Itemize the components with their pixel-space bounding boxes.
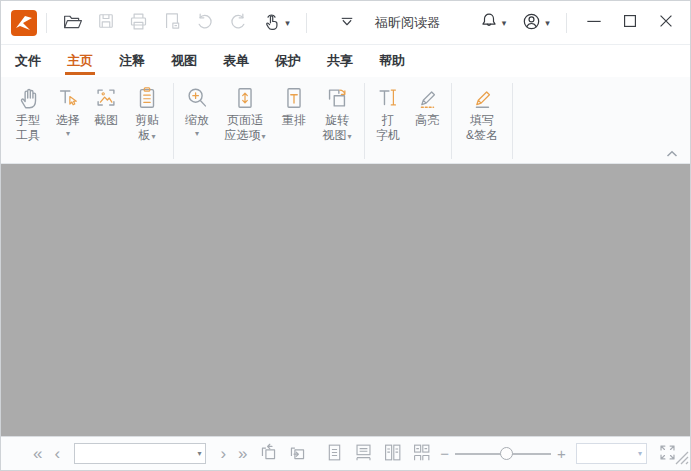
highlighter-icon <box>414 83 440 113</box>
touch-hand-icon <box>261 11 282 35</box>
previous-page-button[interactable]: ‹ <box>48 445 66 462</box>
snapshot-icon <box>93 83 119 113</box>
fit-page-icon <box>232 83 258 113</box>
dropdown-arrow-icon: ▾ <box>66 128 70 140</box>
next-view-button[interactable] <box>283 443 312 465</box>
single-page-view-button[interactable] <box>320 443 349 465</box>
clipboard-icon <box>134 83 160 113</box>
account-button[interactable]: ▾ <box>516 8 556 38</box>
chevron-down-icon: ▾ <box>285 18 290 28</box>
close-button[interactable] <box>648 6 684 40</box>
fit-page-options-button[interactable]: 页面适 应选项▾ <box>217 81 273 161</box>
separator <box>566 13 567 33</box>
redo-button[interactable] <box>223 8 253 38</box>
typewriter-button[interactable]: 打 字机 <box>370 81 406 161</box>
page-number-combobox[interactable]: ▾ <box>74 443 206 464</box>
redo-icon <box>228 11 248 34</box>
zoom-in-icon: + <box>557 445 566 462</box>
continuous-facing-view-button[interactable] <box>407 443 436 465</box>
hand-icon <box>15 83 41 113</box>
next-page-button[interactable]: › <box>214 445 232 462</box>
zoom-in-button[interactable]: + <box>553 446 570 461</box>
minimize-button[interactable] <box>576 6 612 40</box>
menu-bar: 文件 主页 注释 视图 表单 保护 共享 帮助 <box>1 45 690 77</box>
previous-view-icon <box>259 443 278 465</box>
facing-view-button[interactable] <box>378 443 407 465</box>
save-button[interactable] <box>91 8 121 38</box>
zoom-out-icon: − <box>440 445 449 462</box>
menu-item-view[interactable]: 视图 <box>169 46 199 76</box>
open-file-button[interactable] <box>58 8 88 38</box>
continuous-view-button[interactable] <box>349 443 378 465</box>
chevron-down-icon <box>338 12 356 33</box>
clipboard-button[interactable]: 剪贴 板▾ <box>126 81 168 161</box>
undo-icon <box>195 11 215 34</box>
chevron-down-icon: ▾ <box>545 18 550 28</box>
group-separator <box>173 83 174 159</box>
menu-item-share[interactable]: 共享 <box>325 46 355 76</box>
single-page-icon <box>325 443 344 465</box>
fill-sign-pencil-icon <box>469 83 495 113</box>
collapse-toolbar-button[interactable] <box>332 8 362 38</box>
previous-view-button[interactable] <box>254 443 283 465</box>
foxit-logo-icon <box>11 10 37 36</box>
rotate-view-button[interactable]: 旋转 视图▾ <box>315 81 359 161</box>
menu-item-comment[interactable]: 注释 <box>117 46 147 76</box>
dropdown-arrow-icon: ▾ <box>197 449 201 458</box>
dropdown-arrow-icon: ▾ <box>347 132 351 141</box>
resize-grip[interactable] <box>671 447 689 469</box>
snapshot-button[interactable]: 截图 <box>88 81 124 161</box>
last-page-button[interactable]: » <box>232 445 253 462</box>
undo-button[interactable] <box>190 8 220 38</box>
continuous-facing-icon <box>412 443 431 465</box>
select-text-icon <box>55 83 81 113</box>
group-separator <box>451 83 452 159</box>
zoom-slider-thumb[interactable] <box>500 447 513 460</box>
menu-item-help[interactable]: 帮助 <box>377 46 407 76</box>
minimize-icon <box>584 11 604 34</box>
zoom-magnifier-icon <box>184 83 210 113</box>
last-page-icon: » <box>238 444 247 463</box>
group-separator <box>512 83 513 159</box>
notifications-button[interactable]: ▾ <box>473 8 513 38</box>
touch-mode-button[interactable]: ▾ <box>256 8 296 38</box>
maximize-icon <box>620 11 640 34</box>
print-icon <box>128 11 149 35</box>
reflow-button[interactable]: 重排 <box>275 81 313 161</box>
dropdown-arrow-icon: ▾ <box>261 132 265 141</box>
document-area <box>1 164 690 436</box>
zoom-slider[interactable] <box>455 446 551 462</box>
hand-tool-button[interactable]: 手型 工具 <box>8 81 48 161</box>
first-page-button[interactable]: « <box>27 445 48 462</box>
next-view-icon <box>288 443 307 465</box>
zoom-button[interactable]: 缩放 ▾ <box>179 81 215 161</box>
dropdown-arrow-icon: ▾ <box>151 132 155 141</box>
previous-page-icon: ‹ <box>54 444 60 463</box>
ribbon-toolbar: 手型 工具 选择 ▾ 截图 <box>1 77 690 164</box>
export-button[interactable] <box>157 8 187 38</box>
highlight-button[interactable]: 高亮 <box>408 81 446 161</box>
menu-item-form[interactable]: 表单 <box>221 46 251 76</box>
zoom-level-combobox[interactable]: ▾ <box>576 443 647 464</box>
user-icon <box>521 11 542 35</box>
menu-item-protect[interactable]: 保护 <box>273 46 303 76</box>
folder-open-icon <box>62 11 83 35</box>
dropdown-arrow-icon: ▾ <box>638 449 642 458</box>
chevron-down-icon: ▾ <box>502 18 507 28</box>
menu-item-home[interactable]: 主页 <box>65 46 95 76</box>
first-page-icon: « <box>33 444 42 463</box>
maximize-button[interactable] <box>612 6 648 40</box>
collapse-ribbon-button[interactable] <box>664 147 680 159</box>
rotate-view-icon <box>324 83 350 113</box>
zoom-out-button[interactable]: − <box>436 446 453 461</box>
dropdown-arrow-icon: ▾ <box>195 128 199 140</box>
select-tool-button[interactable]: 选择 ▾ <box>50 81 86 161</box>
titlebar: ▾ 福昕阅读器 ▾ <box>1 1 690 45</box>
menu-item-file[interactable]: 文件 <box>13 46 43 76</box>
group-separator <box>364 83 365 159</box>
chevron-up-icon <box>666 146 678 161</box>
print-button[interactable] <box>124 8 154 38</box>
window-title: 福昕阅读器 <box>375 14 440 32</box>
fill-sign-button[interactable]: 填写 &签名 <box>457 81 507 161</box>
typewriter-icon <box>375 83 401 113</box>
